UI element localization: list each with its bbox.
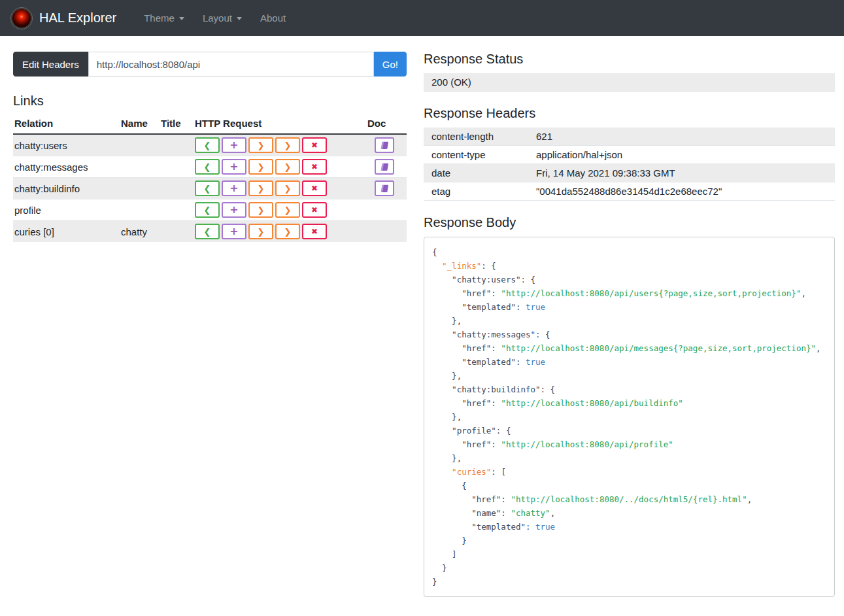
json-token: }: [432, 536, 467, 545]
patch-request-button[interactable]: ❯: [275, 180, 300, 196]
http-request-buttons: ❮+❯❯✖: [195, 224, 361, 239]
brand-link[interactable]: HAL Explorer: [39, 10, 116, 26]
title-cell: [160, 199, 194, 221]
response-status-heading: Response Status: [424, 52, 835, 67]
http-request-cell: ❮+❯❯✖: [194, 178, 366, 199]
doc-cell: [366, 221, 407, 243]
nav-item-about[interactable]: About: [260, 12, 286, 24]
nav-items: Theme Layout About: [126, 12, 286, 24]
json-token: }: [432, 563, 447, 573]
response-header-value: application/hal+json: [528, 146, 835, 164]
delete-request-button[interactable]: ✖: [302, 224, 327, 239]
json-token: },: [432, 371, 462, 381]
doc-cell: [366, 156, 407, 178]
json-token: "href":: [432, 494, 511, 504]
response-header-value: Fri, 14 May 2021 09:38:33 GMT: [528, 164, 835, 182]
doc-book-icon: [380, 141, 390, 150]
doc-cell: [366, 199, 407, 221]
relation-cell: chatty:messages: [13, 156, 120, 178]
doc-book-icon: [380, 184, 390, 193]
json-token: "templated":: [432, 357, 526, 367]
get-request-button[interactable]: ❮: [195, 137, 220, 153]
json-token: true: [526, 302, 545, 312]
post-request-button[interactable]: +: [222, 180, 246, 196]
nav-item-about-label: About: [260, 12, 286, 24]
json-token: : [: [491, 467, 506, 477]
get-request-button[interactable]: ❮: [195, 202, 220, 218]
post-request-button[interactable]: +: [222, 224, 246, 239]
links-heading: Links: [13, 94, 407, 109]
http-request-cell: ❮+❯❯✖: [194, 156, 366, 178]
http-request-cell: ❮+❯❯✖: [194, 134, 366, 156]
patch-request-button[interactable]: ❯: [275, 224, 300, 239]
put-request-button[interactable]: ❯: [248, 180, 273, 196]
get-request-button[interactable]: ❮: [195, 180, 220, 196]
nav-item-layout[interactable]: Layout: [203, 12, 242, 24]
get-request-button[interactable]: ❮: [195, 224, 220, 239]
patch-request-button[interactable]: ❯: [275, 137, 300, 153]
put-request-button[interactable]: ❯: [248, 159, 273, 175]
json-token: "templated":: [432, 522, 535, 532]
json-token: "href":: [432, 288, 501, 298]
put-request-button[interactable]: ❯: [248, 224, 273, 239]
column-header-title: Title: [160, 114, 194, 134]
relation-cell: profile: [13, 199, 120, 221]
column-header-http-request: HTTP Request: [194, 114, 366, 134]
chevron-down-icon: [179, 17, 184, 20]
name-cell: chatty: [120, 221, 160, 243]
delete-request-button[interactable]: ✖: [302, 202, 327, 218]
json-token: "name":: [432, 508, 511, 518]
json-token: {: [432, 481, 467, 490]
patch-request-button[interactable]: ❯: [275, 159, 300, 175]
name-cell: [120, 134, 160, 156]
json-token: "href":: [432, 343, 501, 353]
json-token: true: [526, 357, 545, 367]
put-request-button[interactable]: ❯: [248, 137, 273, 153]
doc-button[interactable]: [375, 159, 394, 175]
post-request-button[interactable]: +: [222, 202, 246, 218]
links-table-row: curies [0]chatty❮+❯❯✖: [13, 221, 407, 243]
links-table-row: chatty:buildinfo❮+❯❯✖: [13, 178, 407, 199]
response-header-row: dateFri, 14 May 2021 09:38:33 GMT: [424, 164, 835, 182]
json-token: "chatty:messages": {: [432, 330, 550, 339]
response-header-row: content-length621: [424, 128, 835, 146]
links-table-row: chatty:users❮+❯❯✖: [13, 134, 407, 156]
response-headers-table: content-length621content-typeapplication…: [424, 128, 835, 201]
json-token: "href":: [432, 439, 501, 449]
doc-button[interactable]: [375, 137, 394, 153]
get-request-button[interactable]: ❮: [195, 159, 220, 175]
post-request-button[interactable]: +: [222, 137, 246, 153]
response-header-name: content-length: [424, 128, 528, 146]
column-header-relation: Relation: [13, 114, 120, 134]
nav-item-theme[interactable]: Theme: [144, 12, 184, 24]
http-request-buttons: ❮+❯❯✖: [195, 202, 361, 218]
http-request-buttons: ❮+❯❯✖: [195, 159, 361, 175]
delete-request-button[interactable]: ✖: [302, 137, 327, 153]
nav-item-theme-label: Theme: [144, 12, 175, 24]
go-button[interactable]: Go!: [374, 52, 407, 77]
patch-request-button[interactable]: ❯: [275, 202, 300, 218]
nav-item-layout-label: Layout: [203, 12, 232, 24]
response-body-box: { "_links": { "chatty:users": { "href": …: [424, 237, 835, 597]
url-input[interactable]: [88, 52, 374, 77]
doc-book-icon: [380, 163, 390, 171]
json-token: "curies": [452, 467, 491, 477]
post-request-button[interactable]: +: [222, 159, 246, 175]
response-header-row: etag"0041da552488d86e31454d1c2e68eec72": [424, 182, 835, 201]
relation-cell: chatty:users: [13, 134, 120, 156]
main-content: Edit Headers Go! Links Relation Name Tit…: [0, 36, 844, 610]
json-token: ,: [550, 508, 556, 518]
delete-request-button[interactable]: ✖: [302, 159, 327, 175]
edit-headers-button[interactable]: Edit Headers: [13, 52, 88, 77]
json-token: true: [535, 522, 555, 532]
put-request-button[interactable]: ❯: [248, 202, 273, 218]
response-header-value: 621: [528, 128, 835, 146]
title-cell: [160, 221, 194, 243]
doc-button[interactable]: [375, 180, 394, 196]
json-token: [432, 467, 452, 477]
delete-request-button[interactable]: ✖: [302, 180, 327, 196]
name-cell: [120, 178, 160, 199]
links-table-row: chatty:messages❮+❯❯✖: [13, 156, 407, 178]
name-cell: [120, 199, 160, 221]
column-header-doc: Doc: [366, 114, 407, 134]
